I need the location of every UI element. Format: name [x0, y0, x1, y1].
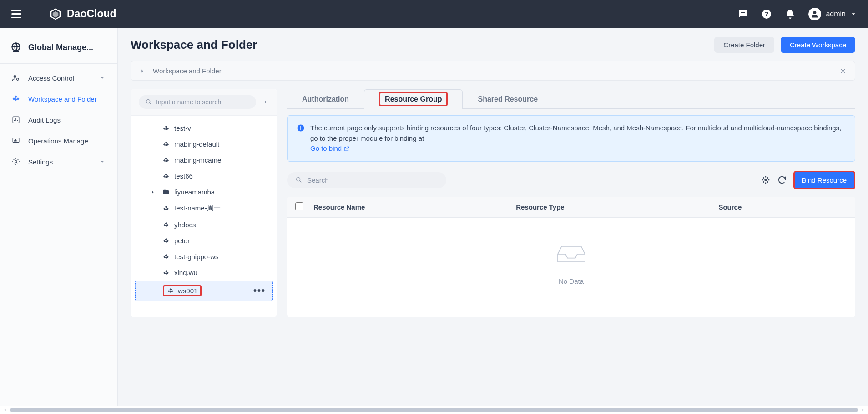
- monitor-icon: [12, 137, 20, 145]
- create-folder-button[interactable]: Create Folder: [714, 37, 774, 53]
- brand-name: DaoCloud: [67, 8, 116, 20]
- sidebar-item-label: Audit Logs: [28, 116, 61, 124]
- more-icon[interactable]: •••: [253, 286, 266, 296]
- scroll-right-icon[interactable]: [861, 408, 865, 412]
- external-link-icon: [343, 146, 350, 152]
- brand-logo[interactable]: DaoCloud: [49, 7, 116, 21]
- sidebar-item-label: Settings: [28, 158, 53, 166]
- tree-item-test-name-周一[interactable]: test-name-周一: [131, 200, 277, 217]
- breadcrumb: Workspace and Folder: [131, 61, 855, 81]
- info-banner: i The current page only supports binding…: [287, 115, 855, 162]
- tab-resource-group: Resource Group: [379, 92, 448, 106]
- svg-point-9: [15, 161, 17, 163]
- tree-item-xing.wu[interactable]: xing.wu: [131, 265, 277, 281]
- cube-icon: [49, 7, 62, 21]
- resource-table: Resource Name Resource Type Source No Da…: [287, 197, 855, 317]
- search-icon: [145, 98, 152, 106]
- sidebar-section-header[interactable]: Global Manage...: [0, 35, 117, 60]
- chat-icon[interactable]: [737, 9, 748, 20]
- user-menu[interactable]: admin: [808, 8, 857, 20]
- tab-resource-group-wrapper[interactable]: Resource Group: [364, 89, 463, 109]
- svg-text:i: i: [300, 125, 302, 131]
- close-icon[interactable]: [839, 67, 847, 75]
- bell-icon[interactable]: [785, 9, 796, 20]
- sidebar-section-title: Global Manage...: [28, 43, 93, 52]
- page-title: Workspace and Folder: [131, 38, 257, 52]
- tree-item-liyueamamba[interactable]: liyueamamba: [131, 184, 277, 200]
- info-icon: i: [297, 124, 305, 132]
- select-all-checkbox[interactable]: [295, 202, 303, 210]
- settings-gear-icon[interactable]: [761, 175, 771, 185]
- sidebar-item-operations[interactable]: Operations Manage...: [0, 130, 117, 151]
- sidebar-item-audit-logs[interactable]: Audit Logs: [0, 109, 117, 130]
- tab-shared-resource[interactable]: Shared Resource: [463, 89, 553, 109]
- svg-point-14: [764, 179, 767, 181]
- tab-authorization[interactable]: Authorization: [287, 89, 364, 109]
- tree-item-peter[interactable]: peter: [131, 233, 277, 249]
- sidebar-item-label: Operations Manage...: [28, 137, 94, 145]
- gear-icon: [12, 158, 20, 166]
- sidebar-item-label: Access Control: [28, 74, 74, 82]
- svg-point-5: [14, 75, 16, 78]
- svg-rect-0: [741, 12, 745, 13]
- sidebar-item-label: Workspace and Folder: [28, 95, 97, 103]
- tree-item-test-ghippo-ws[interactable]: test-ghippo-ws: [131, 249, 277, 265]
- svg-text:?: ?: [765, 10, 769, 18]
- scroll-thumb[interactable]: [10, 408, 858, 412]
- tree-item-mabing-mcamel[interactable]: mabing-mcamel: [131, 152, 277, 168]
- col-source: Source: [718, 203, 820, 211]
- horizontal-scrollbar[interactable]: [0, 406, 868, 414]
- workspace-icon: [12, 95, 20, 103]
- chevron-down-icon: [850, 11, 857, 17]
- tree-search-input[interactable]: Input a name to search: [139, 95, 256, 109]
- col-resource-name: Resource Name: [313, 203, 516, 211]
- tree-item-mabing-default[interactable]: mabing-default: [131, 136, 277, 152]
- breadcrumb-label: Workspace and Folder: [153, 67, 222, 75]
- user-gear-icon: [12, 74, 20, 82]
- sidebar-item-settings[interactable]: Settings: [0, 151, 117, 172]
- inbox-icon: [551, 240, 592, 268]
- chevron-down-icon: [99, 158, 106, 165]
- banner-text: The current page only supports binding r…: [310, 124, 841, 142]
- create-workspace-button[interactable]: Create Workspace: [781, 37, 855, 53]
- empty-state: No Data: [287, 218, 855, 317]
- tabs: Authorization Resource Group Shared Reso…: [287, 89, 855, 109]
- empty-text: No Data: [287, 277, 855, 285]
- main-content: Workspace and Folder Create Folder Creat…: [118, 28, 868, 406]
- chevron-right-icon[interactable]: [139, 68, 146, 74]
- tree-item-yhdocs[interactable]: yhdocs: [131, 217, 277, 233]
- scroll-left-icon[interactable]: [3, 408, 7, 412]
- chart-bar-icon: [12, 116, 20, 124]
- username: admin: [826, 10, 846, 18]
- col-resource-type: Resource Type: [516, 203, 718, 211]
- sidebar-item-access-control[interactable]: Access Control: [0, 67, 117, 88]
- resource-search-input[interactable]: Search: [287, 172, 446, 188]
- globe-icon: [10, 41, 22, 53]
- workspace-tree-panel: Input a name to search test-vmabing-defa…: [131, 89, 277, 317]
- menu-toggle-icon[interactable]: [11, 10, 21, 18]
- svg-point-6: [17, 78, 19, 81]
- avatar-icon: [808, 8, 821, 20]
- svg-point-3: [813, 11, 817, 14]
- tree-item-ws001[interactable]: ws001•••: [135, 281, 273, 301]
- search-icon: [295, 176, 303, 184]
- sidebar: Global Manage... Access Control Workspac…: [0, 28, 118, 406]
- help-icon[interactable]: ?: [761, 9, 772, 20]
- tree-collapse-icon[interactable]: [262, 99, 269, 105]
- tree-item-test-v[interactable]: test-v: [131, 120, 277, 136]
- bind-resource-button[interactable]: Bind Resource: [793, 171, 855, 189]
- chevron-down-icon: [99, 75, 106, 81]
- top-navbar: DaoCloud ? admin: [0, 0, 868, 28]
- go-to-bind-link[interactable]: Go to bind: [310, 144, 350, 152]
- svg-point-13: [297, 178, 300, 181]
- sidebar-item-workspace[interactable]: Workspace and Folder: [0, 88, 117, 109]
- tree-item-test66[interactable]: test66: [131, 168, 277, 184]
- refresh-icon[interactable]: [777, 175, 787, 185]
- svg-point-10: [146, 100, 150, 103]
